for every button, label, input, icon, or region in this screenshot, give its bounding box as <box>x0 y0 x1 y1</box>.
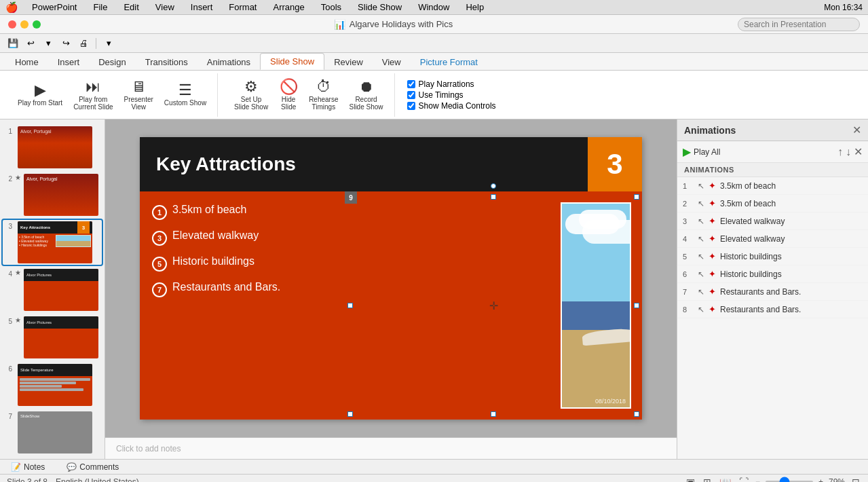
hide-slide-button[interactable]: 🚫 HideSlide <box>275 78 302 112</box>
play-from-start-button[interactable]: ▶ Play from Start <box>14 81 67 108</box>
move-down-button[interactable]: ↓ <box>846 145 851 158</box>
handle-bot-right[interactable] <box>634 411 639 417</box>
slide-thumb-5[interactable]: 5 ★ Alvor Pictures <box>3 315 102 360</box>
notes-edit-area[interactable]: Click to add notes <box>105 437 677 459</box>
menu-tools[interactable]: Tools <box>318 1 344 13</box>
handle-mid-left[interactable] <box>347 303 353 308</box>
slide-thumb-3[interactable]: 3 Key Attractions 3 • 3.5km of beach • E… <box>3 220 102 265</box>
remove-animation-button[interactable]: ✕ <box>854 145 863 158</box>
bullet-text-4: Restaurants and Bars. <box>172 281 280 293</box>
rotate-handle[interactable] <box>491 183 496 189</box>
slide-thumb-4[interactable]: 4 ★ Alvor Pictures <box>3 267 102 312</box>
menu-file[interactable]: File <box>90 1 110 13</box>
anim-item-2[interactable]: 2 ↖ ✦ 3.5km of beach <box>677 195 868 212</box>
slide-number-3: 3 <box>4 223 12 230</box>
tab-review[interactable]: Review <box>324 54 373 70</box>
apple-menu[interactable]: 🍎 <box>5 1 18 14</box>
reading-view-btn[interactable]: 📖 <box>718 477 732 483</box>
presenter-view-button[interactable]: 🖥 PresenterView <box>120 78 157 112</box>
anim-num-4: 4 <box>683 235 694 243</box>
move-up-button[interactable]: ↑ <box>837 145 843 158</box>
anim-text-1: 3.5km of beach <box>720 181 863 191</box>
rehearse-button[interactable]: ⏱ RehearseTimings <box>305 78 342 112</box>
presenter-icon: 🖥 <box>131 79 146 94</box>
anim-item-7[interactable]: 7 ↖ ✦ Restaurants and Bars. <box>677 283 868 301</box>
slide-number-6: 6 <box>4 365 12 373</box>
play-from-current-button[interactable]: ⏭ Play fromCurrent Slide <box>69 78 117 112</box>
save-button[interactable]: 💾 <box>5 37 20 50</box>
menu-view[interactable]: View <box>153 1 177 13</box>
anim-num-8: 8 <box>683 305 694 314</box>
fit-slide-btn[interactable]: ⊡ <box>850 477 861 483</box>
play-all-button[interactable]: ▶ Play All <box>683 145 720 158</box>
ribbon-tabs: Home Insert Design Transitions Animation… <box>0 53 868 71</box>
menu-window[interactable]: Window <box>415 1 452 13</box>
undo-dropdown[interactable]: ▾ <box>41 37 56 50</box>
slide-panel[interactable]: 1 Alvor, Portugal 2 ★ Alvor, Portugal 3 … <box>0 119 105 459</box>
custom-show-button[interactable]: ☰ Custom Show <box>160 81 210 108</box>
print-button[interactable]: 🖨 <box>76 37 91 50</box>
tab-home[interactable]: Home <box>5 54 48 70</box>
menu-insert[interactable]: Insert <box>188 1 216 13</box>
slide-thumb-1[interactable]: 1 Alvor, Portugal <box>3 125 102 170</box>
slide-thumb-2[interactable]: 2 ★ Alvor, Portugal <box>3 172 102 217</box>
fullscreen-view-btn[interactable]: ⛶ <box>738 477 750 483</box>
handle-top-right[interactable] <box>634 194 639 200</box>
handle-bot-center[interactable] <box>491 411 496 417</box>
slide-thumb-7[interactable]: 7 SlideShow <box>3 410 102 455</box>
tab-insert[interactable]: Insert <box>48 54 90 70</box>
play-narrations-checkbox[interactable]: Play Narrations <box>407 79 496 89</box>
setup-slideshow-button[interactable]: ⚙ Set UpSlide Show <box>230 78 272 112</box>
notes-tab[interactable]: 📝 Notes <box>0 461 56 473</box>
minimize-button[interactable] <box>20 20 29 29</box>
tab-picture-format[interactable]: Picture Format <box>411 54 487 70</box>
anim-item-6[interactable]: 6 ↖ ✦ Historic buildings <box>677 265 868 283</box>
close-button[interactable] <box>8 20 16 29</box>
anim-item-4[interactable]: 4 ↖ ✦ Elevated walkway <box>677 230 868 248</box>
anim-text-4: Elevated walkway <box>720 234 863 244</box>
menu-format[interactable]: Format <box>226 1 259 13</box>
tab-animations[interactable]: Animations <box>197 54 260 70</box>
tab-view[interactable]: View <box>373 54 411 70</box>
anim-cursor-8: ↖ <box>698 305 704 314</box>
handle-top-center[interactable] <box>491 194 496 200</box>
tab-slideshow[interactable]: Slide Show <box>260 53 324 70</box>
menu-help[interactable]: Help <box>463 1 487 13</box>
bullet-text-3: Historic buildings <box>172 255 254 267</box>
record-button[interactable]: ⏺ RecordSlide Show <box>345 78 388 112</box>
anim-item-3[interactable]: 3 ↖ ✦ Elevated walkway <box>677 212 868 230</box>
bullet-num-4: 7 <box>152 282 167 297</box>
zoom-plus[interactable]: + <box>818 477 823 483</box>
ribbon-group-settings: Play Narrations Use Timings Show Media C… <box>400 73 503 117</box>
tab-transitions[interactable]: Transitions <box>136 54 197 70</box>
anim-item-5[interactable]: 5 ↖ ✦ Historic buildings <box>677 248 868 265</box>
normal-view-btn[interactable]: ▣ <box>685 477 696 483</box>
menu-arrange[interactable]: Arrange <box>270 1 307 13</box>
menu-slideshow[interactable]: Slide Show <box>355 1 404 13</box>
undo-button[interactable]: ↩ <box>23 37 38 50</box>
handle-bot-left[interactable] <box>347 411 353 417</box>
photo-container[interactable]: 9 <box>350 197 637 414</box>
grid-view-btn[interactable]: ⊞ <box>702 477 713 483</box>
slide-preview-7: SlideShow <box>18 411 92 453</box>
comments-tab[interactable]: 💬 Comments <box>56 461 130 473</box>
show-media-checkbox[interactable]: Show Media Controls <box>407 101 496 111</box>
search-input[interactable] <box>738 18 860 31</box>
hide-icon: 🚫 <box>280 79 298 94</box>
slide-photo[interactable]: 08/10/2018 <box>561 202 631 409</box>
menu-edit[interactable]: Edit <box>121 1 141 13</box>
zoom-minus[interactable]: − <box>755 477 760 483</box>
customize-button[interactable]: ▾ <box>101 37 116 50</box>
slide-edit-area[interactable]: Key Attractions 3 1 3.5km of beach 3 Ele… <box>105 119 677 437</box>
anim-item-8[interactable]: 8 ↖ ✦ Restaurants and Bars. <box>677 301 868 318</box>
anim-item-1[interactable]: 1 ↖ ✦ 3.5km of beach <box>677 177 868 195</box>
handle-mid-right[interactable] <box>634 303 639 308</box>
tab-design[interactable]: Design <box>89 54 135 70</box>
redo-button[interactable]: ↪ <box>58 37 73 50</box>
panel-close-button[interactable]: ✕ <box>852 124 861 136</box>
use-timings-checkbox[interactable]: Use Timings <box>407 90 496 100</box>
menu-powerpoint[interactable]: PowerPoint <box>29 1 79 13</box>
fullscreen-button[interactable] <box>33 20 41 29</box>
slide-thumb-6[interactable]: 6 Slide Temperature <box>3 363 102 407</box>
slide-canvas[interactable]: Key Attractions 3 1 3.5km of beach 3 Ele… <box>140 137 642 420</box>
